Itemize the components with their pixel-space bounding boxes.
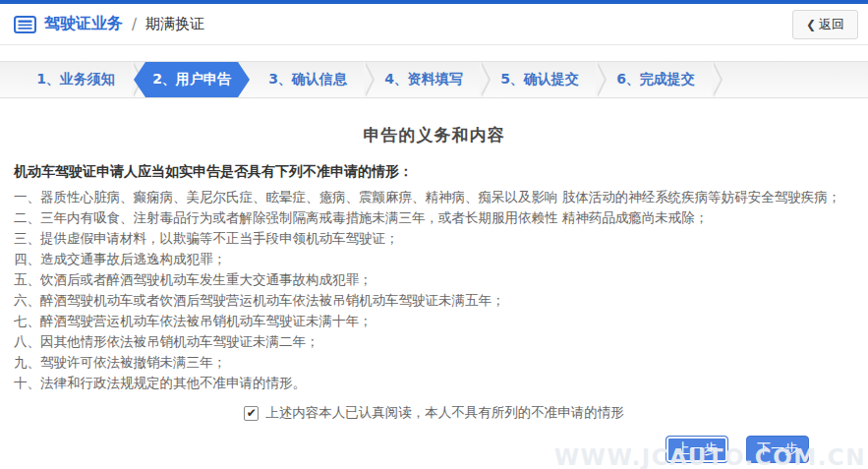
wizard-step-label: 1、业务须知 — [36, 71, 115, 88]
wizard-step-5-confirm-submit[interactable]: 5、确认提交 — [482, 62, 598, 97]
declaration-item: 二、三年内有吸食、注射毒品行为或者解除强制隔离戒毒措施未满三年，或者长期服用依赖… — [14, 207, 854, 228]
wizard-step-1-business-notice[interactable]: 1、业务须知 — [18, 62, 134, 97]
declaration-item: 三、提供虚假申请材料，以欺骗等不正当手段申领机动车驾驶证； — [14, 228, 854, 249]
back-button-label: 返回 — [819, 16, 844, 33]
wizard-step-3-confirm-info[interactable]: 3、确认信息 — [250, 62, 366, 97]
declaration-item: 六、醉酒驾驶机动车或者饮酒后驾驶营运机动车依法被吊销机动车驾驶证未满五年； — [14, 290, 854, 311]
agreement-label[interactable]: 上述内容本人已认真阅读，本人不具有所列的不准申请的情形 — [265, 404, 624, 422]
declaration-item: 四、造成交通事故后逃逸构成犯罪； — [14, 249, 854, 269]
declaration-intro: 机动车驾驶证申请人应当如实申告是否具有下列不准申请的情形： — [14, 163, 854, 181]
footer-buttons: 上一步 下一步 — [665, 436, 809, 463]
page-title: 申告的义务和内容 — [0, 124, 868, 147]
breadcrumb-separator: / — [132, 16, 137, 33]
breadcrumb-service-category[interactable]: 驾驶证业务 — [44, 14, 123, 34]
chevron-separator-icon — [712, 62, 721, 97]
wizard-step-6-complete-submit[interactable]: 6、完成提交 — [598, 62, 714, 97]
wizard-step-label: 5、确认提交 — [500, 71, 579, 88]
license-card-icon — [14, 16, 36, 33]
breadcrumb-current-page: 期满换证 — [145, 15, 204, 33]
wizard-step-label: 4、资料填写 — [384, 71, 463, 88]
declaration-item: 八、因其他情形依法被吊销机动车驾驶证未满二年； — [14, 331, 854, 352]
wizard-step-4-fill-materials[interactable]: 4、资料填写 — [366, 62, 482, 97]
check-icon: ✔ — [247, 407, 257, 419]
step-wizard: 1、业务须知 2、用户申告 3、确认信息 4、资料填写 5、确认提交 6、完成提… — [0, 61, 868, 98]
declaration-item: 七、醉酒驾驶营运机动车依法被吊销机动车驾驶证未满十年； — [14, 311, 854, 331]
wizard-step-label: 6、完成提交 — [616, 71, 695, 88]
next-step-button[interactable]: 下一步 — [746, 436, 809, 463]
back-button[interactable]: ❮ 返回 — [792, 10, 858, 39]
wizard-step-label: 2、用户申告 — [152, 71, 231, 88]
declaration-item: 五、饮酒后或者醉酒驾驶机动车发生重大交通事故构成犯罪； — [14, 269, 854, 290]
wizard-step-label: 3、确认信息 — [268, 71, 347, 88]
declaration-item-list: 一、器质性心脏病、癫痫病、美尼尔氏症、眩晕症、癔病、震颤麻痹、精神病、痴呆以及影… — [14, 187, 854, 393]
wizard-step-2-user-declaration[interactable]: 2、用户申告 — [134, 62, 250, 97]
header: 驾驶证业务 / 期满换证 ❮ 返回 — [0, 4, 868, 45]
agreement-row[interactable]: ✔ 上述内容本人已认真阅读，本人不具有所列的不准申请的情形 — [0, 404, 868, 422]
declaration-item: 一、器质性心脏病、癫痫病、美尼尔氏症、眩晕症、癔病、震颤麻痹、精神病、痴呆以及影… — [14, 187, 854, 207]
declaration-item: 十、法律和行政法规规定的其他不准申请的情形。 — [14, 373, 854, 393]
agreement-checkbox[interactable]: ✔ — [244, 406, 259, 421]
chevron-left-icon: ❮ — [806, 18, 816, 31]
declaration-item: 九、驾驶许可依法被撤销未满三年； — [14, 352, 854, 373]
previous-step-button[interactable]: 上一步 — [665, 436, 728, 463]
declaration-content: 申告的义务和内容 机动车驾驶证申请人应当如实申告是否具有下列不准申请的情形： 一… — [0, 124, 868, 422]
